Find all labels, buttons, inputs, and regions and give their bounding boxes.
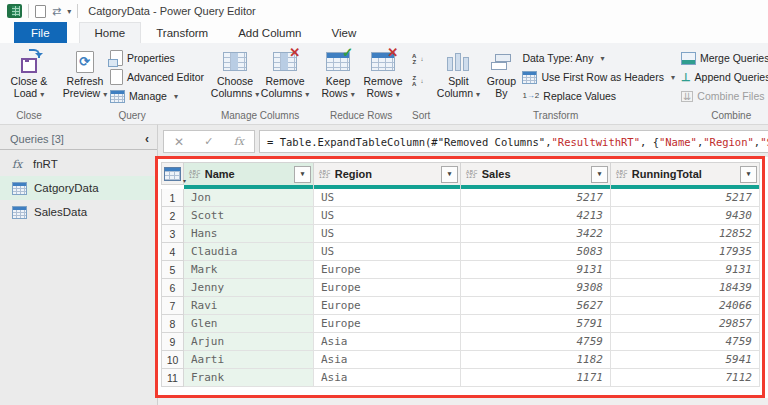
properties-button[interactable]: Properties [110,50,204,66]
data-type-button[interactable]: Data Type: Any [522,50,675,66]
cell-name[interactable]: Aarti [184,351,314,369]
column-type-icon[interactable]: ABC 123 [319,170,331,179]
column-header-region[interactable]: ABC 123Region▾ [314,162,461,185]
cell-region[interactable]: US [314,225,461,243]
filter-button[interactable]: ▾ [740,166,757,183]
query-item-salesdata[interactable]: SalesData [0,200,157,224]
cell-running[interactable]: 29857 [611,315,760,333]
row-number[interactable]: 8 [161,315,184,333]
column-header-name[interactable]: ABC 123Name▾ [184,162,314,185]
cell-region[interactable]: Europe [314,279,461,297]
commit-formula-icon[interactable]: ✓ [204,135,213,148]
cell-sales[interactable]: 5083 [461,243,611,261]
sort-descending-button[interactable]: ZA ↓ [412,73,423,89]
cell-running[interactable]: 9430 [611,207,760,225]
split-column-button[interactable]: Split Column [436,45,480,101]
cell-name[interactable]: Glen [184,315,314,333]
cell-name[interactable]: Mark [184,261,314,279]
cell-region[interactable]: Europe [314,315,461,333]
cell-name[interactable]: Frank [184,369,314,387]
refresh-icon[interactable]: ⇄ [52,6,61,17]
cell-running[interactable]: 17935 [611,243,760,261]
row-number[interactable]: 9 [161,333,184,351]
row-number[interactable]: 1 [161,189,184,207]
keep-rows-button[interactable]: ✓ Keep Rows [316,45,360,101]
cell-name[interactable]: Jenny [184,279,314,297]
cell-sales[interactable]: 9308 [461,279,611,297]
tab-home[interactable]: Home [79,22,142,43]
cell-sales[interactable]: 5217 [461,189,611,207]
cell-sales[interactable]: 1171 [461,369,611,387]
combine-files-button[interactable]: ⇊ Combine Files [681,88,768,104]
filter-button[interactable]: ▾ [591,166,608,183]
cell-sales[interactable]: 5791 [461,315,611,333]
filter-button[interactable]: ▾ [441,166,458,183]
cell-region[interactable]: US [314,207,461,225]
cell-region[interactable]: Europe [314,261,461,279]
remove-rows-button[interactable]: ✕ Remove Rows [360,45,406,101]
cell-sales[interactable]: 1182 [461,351,611,369]
cell-name[interactable]: Claudia [184,243,314,261]
use-first-row-as-headers-button[interactable]: Use First Row as Headers [522,69,675,85]
cell-running[interactable]: 9131 [611,261,760,279]
cell-region[interactable]: Europe [314,297,461,315]
column-type-icon[interactable]: ABC 123 [616,170,628,179]
cell-sales[interactable]: 5627 [461,297,611,315]
cell-region[interactable]: Asia [314,369,461,387]
cell-running[interactable]: 24066 [611,297,760,315]
cell-running[interactable]: 5941 [611,351,760,369]
cell-region[interactable]: Asia [314,351,461,369]
formula-input[interactable]: = Table.ExpandTableColumn(#"Removed Colu… [259,130,768,153]
cell-name[interactable]: Hans [184,225,314,243]
merge-queries-button[interactable]: Merge Queries [681,50,768,66]
cell-running[interactable]: 18439 [611,279,760,297]
cell-name[interactable]: Arjun [184,333,314,351]
row-number[interactable]: 11 [161,369,184,387]
column-header-sales[interactable]: ABC 123Sales▾ [461,162,611,185]
choose-columns-button[interactable]: Choose Columns [210,45,260,101]
select-all-corner[interactable] [161,162,184,185]
row-number[interactable]: 4 [161,243,184,261]
cell-name[interactable]: Scott [184,207,314,225]
cell-region[interactable]: US [314,189,461,207]
cell-running[interactable]: 5217 [611,189,760,207]
cell-sales[interactable]: 4213 [461,207,611,225]
row-number[interactable]: 7 [161,297,184,315]
cell-sales[interactable]: 3422 [461,225,611,243]
group-by-button[interactable]: Group By [480,45,522,99]
cell-region[interactable]: Asia [314,333,461,351]
cell-sales[interactable]: 9131 [461,261,611,279]
column-type-icon[interactable]: ABC 123 [189,170,201,179]
column-type-icon[interactable]: ABC 123 [466,170,478,179]
remove-columns-button[interactable]: ✕ Remove Columns [260,45,310,101]
row-number[interactable]: 5 [161,261,184,279]
cell-running[interactable]: 7112 [611,369,760,387]
append-queries-button[interactable]: ⊥ Append Queries [681,69,768,85]
row-number[interactable]: 3 [161,225,184,243]
tab-file[interactable]: File [14,22,67,43]
cell-sales[interactable]: 4759 [461,333,611,351]
row-number[interactable]: 2 [161,207,184,225]
cell-region[interactable]: US [314,243,461,261]
row-number[interactable]: 6 [161,279,184,297]
tab-view[interactable]: View [317,22,372,43]
tab-add-column[interactable]: Add Column [223,22,316,43]
query-item-catgorydata[interactable]: CatgoryData [0,176,157,200]
collapse-pane-icon[interactable]: ‹ [145,132,149,146]
close-and-load-button[interactable]: Close & Load [4,45,54,101]
quick-access-dropdown-icon[interactable]: ▾ [67,7,71,16]
cancel-formula-icon[interactable]: ✕ [174,135,184,149]
replace-values-button[interactable]: 1→2 Replace Values [522,88,675,104]
advanced-editor-button[interactable]: Advanced Editor [110,69,204,85]
sort-ascending-button[interactable]: AZ ↓ [412,51,423,67]
row-number[interactable]: 10 [161,351,184,369]
cell-running[interactable]: 4759 [611,333,760,351]
document-icon[interactable] [35,5,46,18]
cell-name[interactable]: Ravi [184,297,314,315]
manage-button[interactable]: Manage [110,88,204,104]
tab-transform[interactable]: Transform [141,22,223,43]
filter-button[interactable]: ▾ [294,166,311,183]
cell-running[interactable]: 12852 [611,225,760,243]
refresh-preview-button[interactable]: ⟳ Refresh Preview [60,45,110,101]
column-header-running[interactable]: ABC 123RunningTotal▾ [611,162,760,185]
